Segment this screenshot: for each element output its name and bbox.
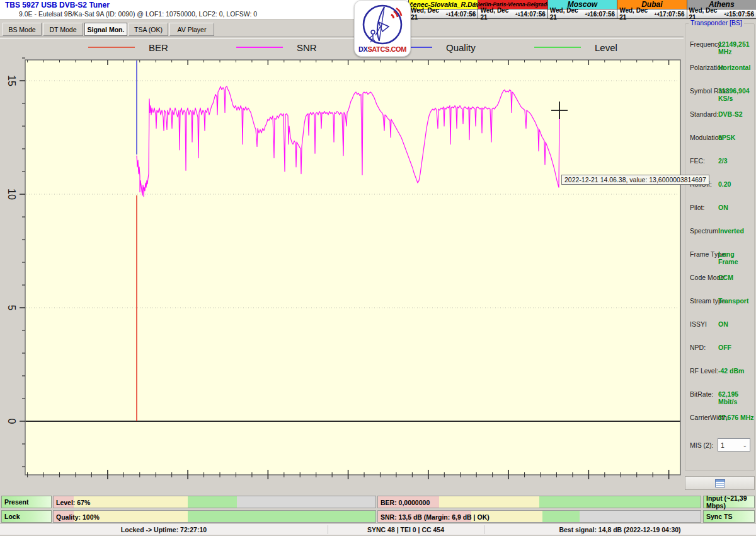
tab-dt-mode[interactable]: DT Mode [43,23,83,36]
clock-utc-offset: +1 [515,12,520,16]
clock-utc-offset: +4 [655,12,660,16]
mis-selected-value: 1 [721,441,724,449]
lock-badge: Lock [1,510,52,523]
tuner-subtitle: 9.0E - Eutelsat 9B/Ka-Sat 9A (ID: 0090) … [19,10,257,18]
dxsatcs-logo: DXSATCS.COM [354,0,411,57]
field-value: CCM [718,274,733,281]
clock-time: 17:07:56 [660,11,685,18]
status-best-signal: Best signal: 14,8 dB (2022-12-19 04:30) [484,524,756,535]
transponder-panel-title: Transponder [BS] [689,19,744,26]
field-label: NPD: [690,344,706,351]
y-axis-label: 15 [6,75,17,86]
field-label: ISSYI [690,320,707,328]
clock-time-row: Wed, Dec 21+417:07:56 [617,9,686,19]
chart-tooltip: 2022-12-21 14.06.38, value: 13,600000381… [561,175,709,185]
legend-item-snr: SNR [236,40,317,54]
snr-bar: SNR: 13,5 dB (Margin: 6,9 dB | OK) [377,510,701,523]
clock-cell: DubaiWed, Dec 21+417:07:56 [617,0,686,19]
bar-zone [188,496,238,508]
bar-empty [237,496,375,508]
field-value: ON [718,204,728,211]
clock-cell: Berlin-Paris-Vienna-BelgradeWed, Dec 21+… [478,0,547,19]
y-axis-label: 0 [6,419,17,424]
clock-utc-offset: +2 [724,12,729,16]
world-clocks: Lučenec-Slovakia_R.DávidWed, Dec 21+114:… [408,0,756,19]
chevron-down-icon: ⌄ [742,442,747,448]
clock-time: 15:07:56 [729,11,754,18]
field-label: Pilot: [690,204,704,211]
field-value: 8PSK [718,134,735,141]
legend-label: Quality [446,42,476,53]
transport-stream-button[interactable] [685,476,755,490]
bar-label: BER: 0,0000000 [381,496,430,508]
tab-divider [0,37,684,39]
legend-item-ber: BER [88,40,168,54]
field-value: 31396,904 KS/s [718,87,756,102]
mode-tabs: BS ModeDT ModeSignal Mon.TSA (OK)AV Play… [0,23,684,37]
clock-cell: AthensWed, Dec 21+215:07:56 [687,0,756,19]
clock-time-row: Wed, Dec 21+114:07:56 [478,9,547,19]
legend-label: Level [595,42,617,53]
signal-chart[interactable]: 151050 2022-12-21 14.06.38, value: 13,60… [0,57,684,486]
field-value: -42 dBm [718,367,744,375]
bar-zone [539,496,701,508]
status-sync: SYNC 48 | TEI 0 | CC 454 [328,524,484,535]
tab-tsa-ok-[interactable]: TSA (OK) [129,23,168,36]
field-value: 62,195 Mbit/s [718,390,756,405]
field-value: Horizontal [718,64,750,71]
bar-empty [580,511,701,522]
satellite-dish-icon: DXSATCS.COM [355,1,410,56]
clock-time-row: Wed, Dec 21+316:07:56 [548,9,617,19]
legend-line-swatch [236,47,283,48]
legend-label: BER [149,42,168,53]
bar-zone [188,511,375,522]
tab-signal-mon-[interactable]: Signal Mon. [84,23,127,36]
clock-time: 14:07:56 [520,11,546,18]
status-divider [328,525,328,534]
clock-time-row: Wed, Dec 21+114:07:56 [409,9,478,19]
plot-background [25,60,680,475]
y-axis-label: 5 [6,305,17,311]
legend-line-swatch [88,47,135,48]
clock-utc-offset: +3 [585,12,590,16]
mis-label: MIS (2): [690,441,713,449]
status-bar: Locked -> Uptime: 72:27:10 SYNC 48 | TEI… [0,523,756,535]
y-axis-label: 10 [6,189,17,200]
field-label: Spectrum: [690,227,720,235]
field-label: BitRate: [690,390,713,398]
legend-item-level: Level [534,40,617,54]
sync-ts-badge: Sync TS [703,510,755,523]
mis-select[interactable]: 1⌄ [718,438,750,452]
field-value: Long Frame [718,250,756,265]
clock-cell: MoscowWed, Dec 21+316:07:56 [547,0,617,19]
field-value: 0.20 [718,180,731,188]
legend-label: SNR [297,42,317,53]
status-uptime: Locked -> Uptime: 72:27:10 [0,524,328,535]
tab-av-player[interactable]: AV Player [169,23,214,36]
present-badge: Present [1,496,52,508]
field-value: DVB-S2 [718,110,743,118]
bar-zone [439,496,539,508]
tab-bs-mode[interactable]: BS Mode [3,23,42,36]
field-value: ON [718,320,728,328]
input-badge: Input (~21,39 Mbps) [703,496,755,508]
logo-text-dx: DX [358,45,369,53]
chart-legend: BERSNRQualityLevel [0,40,684,54]
bar-label: Quality: 100% [56,511,100,523]
ber-bar: BER: 0,0000000 [377,496,701,508]
app-title: TBS 5927 USB DVB-S2 Tuner [5,1,110,9]
status-divider [484,525,484,534]
bar-zone [542,511,580,522]
bar-zone [74,496,187,508]
quality-bar: Quality: 100% [53,510,376,523]
level-bar: Level: 67% [53,496,376,508]
clock-utc-offset: +1 [445,12,450,16]
field-value: OFF [718,344,731,351]
bar-label: Level: 67% [56,496,90,508]
clock-time: 16:07:56 [590,11,615,18]
stream-list-icon [715,479,725,487]
bar-label: SNR: 13,5 dB (Margin: 6,9 dB | OK) [381,511,490,523]
field-value: Inverted [718,227,744,235]
field-label: RF Level: [690,367,718,375]
clock-date: Wed, Dec 21 [480,7,515,21]
